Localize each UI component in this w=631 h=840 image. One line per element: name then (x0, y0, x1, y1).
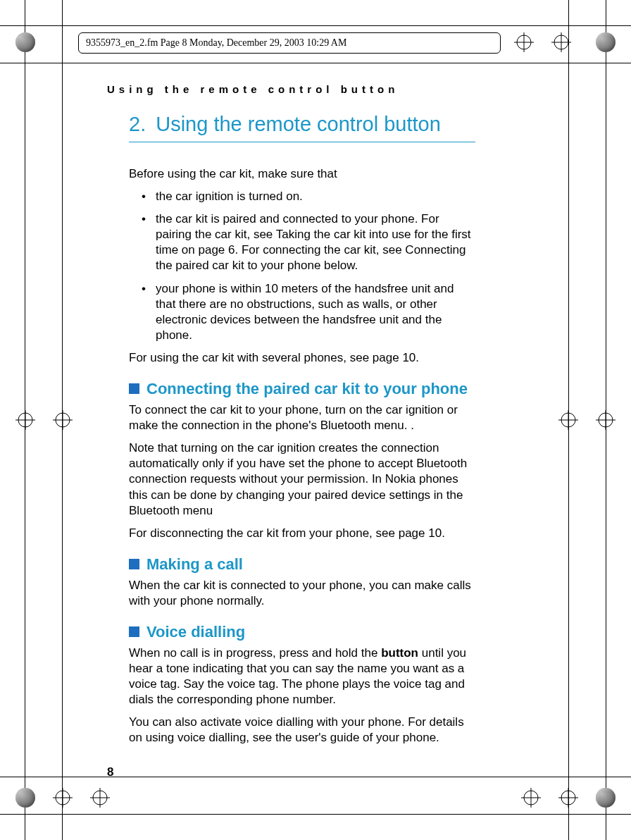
square-bullet-icon (129, 626, 139, 637)
text-span: When no call is in progress, press and h… (129, 646, 381, 660)
body-paragraph: Note that turning on the car ignition cr… (129, 440, 475, 518)
square-bullet-icon (129, 383, 139, 394)
section-title-text: Connecting the paired car kit to your ph… (146, 380, 468, 397)
chapter-title-text: Using the remote control button (156, 113, 441, 135)
registration-dot-icon (15, 32, 35, 52)
body-paragraph: When no call is in progress, press and h… (129, 646, 475, 708)
list-item: the car ignition is turned on. (142, 189, 475, 204)
crosshair-icon (558, 788, 578, 808)
crosshair-icon (53, 788, 73, 808)
page-content: 2.Using the remote control button Before… (129, 113, 475, 753)
intro-text: Before using the car kit, make sure that (129, 166, 475, 182)
crosshair-icon (53, 410, 73, 430)
bold-text: button (381, 646, 418, 660)
crop-line-top-inner (0, 63, 631, 63)
file-info-box: 9355973_en_2.fm Page 8 Monday, December … (78, 32, 501, 54)
bullet-list: the car ignition is turned on. the car k… (129, 189, 475, 343)
body-paragraph: When the car kit is connected to your ph… (129, 578, 475, 609)
crosshair-icon (15, 410, 35, 430)
chapter-title: 2.Using the remote control button (129, 113, 475, 142)
list-item: the car kit is paired and connected to y… (142, 211, 475, 273)
registration-dot-icon (596, 788, 616, 808)
crosshair-icon (596, 410, 616, 430)
crop-line-bottom (0, 814, 631, 815)
square-bullet-icon (129, 559, 139, 569)
section-heading-making-call: Making a call (129, 555, 475, 574)
running-head: Using the remote control button (107, 83, 399, 95)
chapter-number: 2. (129, 113, 146, 135)
body-paragraph: You can also activate voice dialling wit… (129, 715, 475, 746)
section-heading-voice-dialling: Voice dialling (129, 623, 475, 641)
crosshair-icon (558, 410, 578, 430)
crop-line-top (0, 25, 631, 26)
registration-dot-icon (596, 32, 616, 52)
section-title-text: Making a call (146, 555, 243, 573)
crosshair-icon (551, 32, 571, 52)
registration-dot-icon (15, 788, 35, 808)
crop-line-bottom-inner (0, 777, 631, 777)
crosshair-icon (521, 788, 541, 808)
section-title-text: Voice dialling (146, 623, 245, 641)
list-item: your phone is within 10 meters of the ha… (142, 281, 475, 343)
page-number: 8 (107, 765, 113, 779)
crosshair-icon (90, 788, 110, 808)
body-paragraph: For disconnecting the car kit from your … (129, 526, 475, 541)
section-heading-connecting: Connecting the paired car kit to your ph… (129, 380, 475, 398)
file-info-text: 9355973_en_2.fm Page 8 Monday, December … (86, 37, 346, 48)
crosshair-icon (514, 32, 534, 52)
body-paragraph: To connect the car kit to your phone, tu… (129, 402, 475, 433)
intro-after-text: For using the car kit with several phone… (129, 350, 475, 366)
